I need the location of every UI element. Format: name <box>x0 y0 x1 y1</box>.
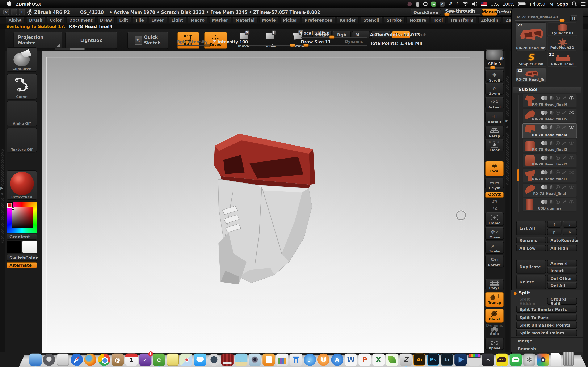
menu-brush[interactable]: Brush <box>26 17 45 23</box>
numbers-dock-icon[interactable] <box>276 354 288 366</box>
spix-slider[interactable] <box>485 67 504 69</box>
rotate-z-button[interactable]: ↺Z <box>485 206 504 210</box>
menu-color[interactable]: Color <box>47 17 65 23</box>
menubar-app-name[interactable]: ZBrushOSX <box>16 1 41 6</box>
aperture-dock-icon[interactable] <box>249 354 261 366</box>
cylinder3d-tool[interactable]: Cylinder3D <box>547 22 578 36</box>
powerpoint-dock-icon[interactable]: P <box>358 354 371 366</box>
all-low-button[interactable]: All Low <box>516 245 546 251</box>
local-button[interactable]: ◉ Local <box>485 161 504 176</box>
solo-button[interactable]: Solo <box>485 326 504 335</box>
spotlight-icon[interactable] <box>572 1 577 7</box>
secondary-color-swatch[interactable] <box>22 241 37 253</box>
notification-center-icon[interactable] <box>581 2 586 6</box>
pinwheel-dock-icon[interactable] <box>537 354 549 366</box>
finalcut-dock-icon[interactable] <box>468 354 480 366</box>
current-brush-button[interactable]: ClipCurve <box>7 47 37 72</box>
active-tool-thumbnail[interactable]: 22 RX-78 Head_final4 <box>516 22 546 51</box>
zoom-window-button[interactable]: + <box>19 9 25 15</box>
lightbox-button[interactable]: LightBox <box>65 32 117 49</box>
launchpad-dock-icon[interactable] <box>43 354 55 366</box>
main-color-swatch[interactable] <box>7 241 21 253</box>
delete-button[interactable]: Delete <box>516 275 546 289</box>
visibility-eye-icon[interactable] <box>569 126 574 129</box>
menu-file[interactable]: File <box>133 17 147 23</box>
contacts-dock-icon[interactable]: @ <box>112 354 124 366</box>
sync-cloud-icon[interactable]: ☁ <box>431 1 436 6</box>
sysprefs-dock-icon[interactable] <box>523 354 535 366</box>
transparency-button[interactable]: Transp <box>485 292 504 307</box>
visibility-eye-icon[interactable] <box>569 111 574 114</box>
menubar-clock[interactable]: Fri 8:50 PM <box>530 1 553 6</box>
minimize-window-button[interactable]: − <box>11 9 17 15</box>
menu-render[interactable]: Render <box>337 17 359 23</box>
split-section-header[interactable]: Split <box>519 290 530 295</box>
persp-button[interactable]: Persp <box>485 126 504 137</box>
split-hidden-button[interactable]: Split Hidden <box>516 298 546 305</box>
rx78-head-tool[interactable]: 22 RX-78 Head <box>547 52 578 67</box>
close-left-tray-icon[interactable]: ◀ <box>0 192 3 196</box>
duplicate-button[interactable]: Duplicate <box>516 260 546 274</box>
menu-texture[interactable]: Texture <box>406 17 429 23</box>
subtool-item-final4-selected[interactable]: RX-78 Head_final4 <box>522 123 577 138</box>
appstore-dock-icon[interactable]: A <box>331 354 343 366</box>
current-texture-button[interactable]: Texture Off <box>7 128 37 153</box>
del-all-button[interactable]: Del All <box>547 282 577 289</box>
zbrush-dock-icon[interactable]: Z <box>400 354 412 366</box>
illustrator-dock-icon[interactable]: Ai <box>414 354 426 366</box>
move-canvas-button[interactable]: ✥◦Move <box>485 227 504 240</box>
menu-material[interactable]: Material <box>233 17 258 23</box>
keynote-dock-icon[interactable] <box>290 354 302 366</box>
pages-dock-icon[interactable] <box>262 354 275 366</box>
menu-layer[interactable]: Layer <box>148 17 167 23</box>
menu-draw[interactable]: Draw <box>97 17 115 23</box>
lightroom-dock-icon[interactable]: Lr <box>441 354 453 366</box>
focal-shift-slider[interactable] <box>301 37 367 38</box>
input-flag-icon[interactable] <box>481 2 487 6</box>
menu-alpha[interactable]: Alpha <box>6 17 25 23</box>
subtool-item-final2[interactable]: RX-78 Head_final2 <box>522 154 577 167</box>
ibooks-dock-icon[interactable] <box>317 354 329 366</box>
evernote-dock-icon[interactable]: e <box>153 354 165 366</box>
menu-light[interactable]: Light <box>168 17 186 23</box>
rotate-canvas-button[interactable]: ↻▫Rotate <box>485 255 504 267</box>
current-stroke-button[interactable]: Curve <box>7 74 37 100</box>
list-all-button[interactable]: List All <box>516 221 546 235</box>
notifications-icon[interactable] <box>416 2 420 6</box>
polyframe-button[interactable]: PolyF <box>485 279 504 290</box>
excel-dock-icon[interactable]: X <box>372 354 385 366</box>
safari-dock-icon[interactable] <box>70 354 83 366</box>
stickies-dock-icon[interactable] <box>166 354 179 366</box>
menu-macro[interactable]: Macro <box>188 17 208 23</box>
firefox-dock-icon[interactable] <box>84 354 96 366</box>
bpr-render-button[interactable]: BPR <box>485 49 504 61</box>
zoom-button[interactable]: ⌕Zoom <box>485 83 504 95</box>
tool-header-slider[interactable] <box>515 20 564 21</box>
imovie-dock-icon[interactable] <box>482 354 494 366</box>
polymesh3d-tool[interactable]: PolyMesh3D <box>547 37 578 50</box>
all-high-button[interactable]: All High <box>547 245 577 251</box>
floor-button[interactable]: X Y Z Floor <box>485 139 504 151</box>
lsym-button[interactable]: ←▫→ L.Sym <box>485 178 504 189</box>
autoreorder-button[interactable]: AutoReorder <box>547 237 577 243</box>
calendar-dock-icon[interactable]: 1 <box>125 354 138 366</box>
rgb-intensity-slider[interactable] <box>177 45 210 46</box>
subtool-item-final1[interactable]: RX-78 Head_final1 <box>522 168 577 182</box>
simplebrush-tool[interactable]: S SimpleBrush <box>516 52 546 67</box>
open-left-tray-icon[interactable]: ▶ <box>0 186 3 190</box>
chat-icon[interactable] <box>408 2 412 6</box>
switchcolor-button[interactable]: SwitchColor <box>7 254 37 261</box>
actual-size-button[interactable]: ⌕×1Actual <box>485 97 504 108</box>
split-unmasked-points-button[interactable]: Split Unmasked Points <box>516 322 577 329</box>
quick-sketch-button[interactable]: ✎ Quick Sketch <box>128 32 168 49</box>
subtool-item-final5[interactable]: RX-78 Head_final5 <box>522 108 577 122</box>
creative-cloud-icon[interactable] <box>423 2 428 6</box>
scale-canvas-button[interactable]: ⌕◦Scale <box>485 241 504 254</box>
kakaotalk-dock-icon[interactable]: TALK <box>496 354 508 366</box>
scroll-button[interactable]: ✥Scroll <box>485 70 504 81</box>
menu-document[interactable]: Document <box>66 17 95 23</box>
split-masked-points-button[interactable]: Split Masked Points <box>516 329 577 336</box>
volume-icon[interactable] <box>472 2 477 6</box>
subtool-item-final3[interactable]: RX-78 Head_final3 <box>522 139 577 153</box>
maps-dock-icon[interactable] <box>180 354 192 366</box>
